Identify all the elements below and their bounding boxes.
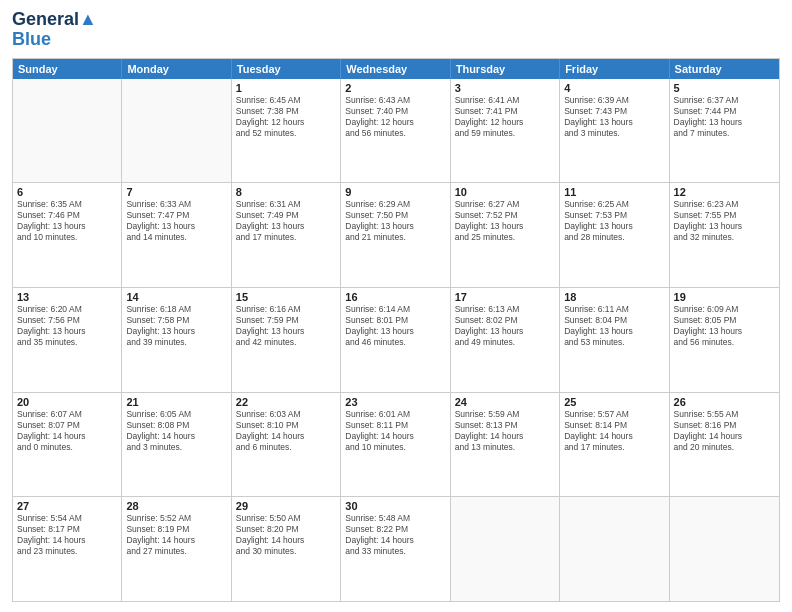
cell-day-number: 13 [17,291,117,303]
calendar-cell: 27Sunrise: 5:54 AM Sunset: 8:17 PM Dayli… [13,497,122,601]
cell-info: Sunrise: 6:14 AM Sunset: 8:01 PM Dayligh… [345,304,445,348]
calendar-cell: 5Sunrise: 6:37 AM Sunset: 7:44 PM Daylig… [670,79,779,183]
day-header-saturday: Saturday [670,59,779,79]
cell-info: Sunrise: 6:16 AM Sunset: 7:59 PM Dayligh… [236,304,336,348]
calendar-cell: 4Sunrise: 6:39 AM Sunset: 7:43 PM Daylig… [560,79,669,183]
cell-info: Sunrise: 5:55 AM Sunset: 8:16 PM Dayligh… [674,409,775,453]
logo-text: General▲ [12,10,97,30]
cell-info: Sunrise: 5:59 AM Sunset: 8:13 PM Dayligh… [455,409,555,453]
calendar-cell: 9Sunrise: 6:29 AM Sunset: 7:50 PM Daylig… [341,183,450,287]
cell-info: Sunrise: 6:13 AM Sunset: 8:02 PM Dayligh… [455,304,555,348]
cell-day-number: 15 [236,291,336,303]
calendar-cell: 24Sunrise: 5:59 AM Sunset: 8:13 PM Dayli… [451,393,560,497]
calendar-cell [670,497,779,601]
page-header: General▲ Blue [12,10,780,50]
logo-text-blue: Blue [12,30,97,50]
calendar-cell: 17Sunrise: 6:13 AM Sunset: 8:02 PM Dayli… [451,288,560,392]
calendar-cell: 10Sunrise: 6:27 AM Sunset: 7:52 PM Dayli… [451,183,560,287]
cell-day-number: 14 [126,291,226,303]
cell-info: Sunrise: 5:50 AM Sunset: 8:20 PM Dayligh… [236,513,336,557]
day-header-friday: Friday [560,59,669,79]
cell-day-number: 12 [674,186,775,198]
cell-info: Sunrise: 6:01 AM Sunset: 8:11 PM Dayligh… [345,409,445,453]
cell-day-number: 25 [564,396,664,408]
calendar: SundayMondayTuesdayWednesdayThursdayFrid… [12,58,780,602]
calendar-cell: 7Sunrise: 6:33 AM Sunset: 7:47 PM Daylig… [122,183,231,287]
calendar-cell [451,497,560,601]
cell-info: Sunrise: 6:45 AM Sunset: 7:38 PM Dayligh… [236,95,336,139]
calendar-cell: 3Sunrise: 6:41 AM Sunset: 7:41 PM Daylig… [451,79,560,183]
calendar-cell: 30Sunrise: 5:48 AM Sunset: 8:22 PM Dayli… [341,497,450,601]
cell-day-number: 6 [17,186,117,198]
cell-info: Sunrise: 6:29 AM Sunset: 7:50 PM Dayligh… [345,199,445,243]
calendar-cell: 16Sunrise: 6:14 AM Sunset: 8:01 PM Dayli… [341,288,450,392]
cell-info: Sunrise: 6:09 AM Sunset: 8:05 PM Dayligh… [674,304,775,348]
cell-info: Sunrise: 6:31 AM Sunset: 7:49 PM Dayligh… [236,199,336,243]
cell-info: Sunrise: 6:18 AM Sunset: 7:58 PM Dayligh… [126,304,226,348]
calendar-cell: 8Sunrise: 6:31 AM Sunset: 7:49 PM Daylig… [232,183,341,287]
cell-info: Sunrise: 5:48 AM Sunset: 8:22 PM Dayligh… [345,513,445,557]
cell-day-number: 16 [345,291,445,303]
cell-day-number: 17 [455,291,555,303]
calendar-cell: 23Sunrise: 6:01 AM Sunset: 8:11 PM Dayli… [341,393,450,497]
calendar-cell: 6Sunrise: 6:35 AM Sunset: 7:46 PM Daylig… [13,183,122,287]
calendar-row-1: 6Sunrise: 6:35 AM Sunset: 7:46 PM Daylig… [13,183,779,288]
cell-day-number: 18 [564,291,664,303]
cell-day-number: 9 [345,186,445,198]
cell-day-number: 3 [455,82,555,94]
cell-info: Sunrise: 6:11 AM Sunset: 8:04 PM Dayligh… [564,304,664,348]
cell-day-number: 7 [126,186,226,198]
day-headers-row: SundayMondayTuesdayWednesdayThursdayFrid… [13,59,779,79]
cell-info: Sunrise: 5:54 AM Sunset: 8:17 PM Dayligh… [17,513,117,557]
cell-info: Sunrise: 6:33 AM Sunset: 7:47 PM Dayligh… [126,199,226,243]
cell-day-number: 24 [455,396,555,408]
calendar-cell: 12Sunrise: 6:23 AM Sunset: 7:55 PM Dayli… [670,183,779,287]
calendar-cell: 25Sunrise: 5:57 AM Sunset: 8:14 PM Dayli… [560,393,669,497]
calendar-cell [122,79,231,183]
cell-day-number: 2 [345,82,445,94]
calendar-cell: 15Sunrise: 6:16 AM Sunset: 7:59 PM Dayli… [232,288,341,392]
cell-info: Sunrise: 6:23 AM Sunset: 7:55 PM Dayligh… [674,199,775,243]
calendar-cell: 11Sunrise: 6:25 AM Sunset: 7:53 PM Dayli… [560,183,669,287]
cell-day-number: 23 [345,396,445,408]
cell-day-number: 19 [674,291,775,303]
calendar-cell: 13Sunrise: 6:20 AM Sunset: 7:56 PM Dayli… [13,288,122,392]
cell-day-number: 5 [674,82,775,94]
cell-info: Sunrise: 6:25 AM Sunset: 7:53 PM Dayligh… [564,199,664,243]
cell-day-number: 29 [236,500,336,512]
cell-info: Sunrise: 5:57 AM Sunset: 8:14 PM Dayligh… [564,409,664,453]
logo: General▲ Blue [12,10,97,50]
cell-info: Sunrise: 6:07 AM Sunset: 8:07 PM Dayligh… [17,409,117,453]
cell-day-number: 10 [455,186,555,198]
cell-info: Sunrise: 6:35 AM Sunset: 7:46 PM Dayligh… [17,199,117,243]
calendar-cell: 19Sunrise: 6:09 AM Sunset: 8:05 PM Dayli… [670,288,779,392]
cell-day-number: 20 [17,396,117,408]
day-header-wednesday: Wednesday [341,59,450,79]
cell-day-number: 22 [236,396,336,408]
calendar-cell: 22Sunrise: 6:03 AM Sunset: 8:10 PM Dayli… [232,393,341,497]
cell-info: Sunrise: 6:27 AM Sunset: 7:52 PM Dayligh… [455,199,555,243]
cell-info: Sunrise: 6:39 AM Sunset: 7:43 PM Dayligh… [564,95,664,139]
calendar-row-0: 1Sunrise: 6:45 AM Sunset: 7:38 PM Daylig… [13,79,779,184]
cell-info: Sunrise: 6:05 AM Sunset: 8:08 PM Dayligh… [126,409,226,453]
calendar-cell: 1Sunrise: 6:45 AM Sunset: 7:38 PM Daylig… [232,79,341,183]
cell-info: Sunrise: 6:41 AM Sunset: 7:41 PM Dayligh… [455,95,555,139]
cell-day-number: 1 [236,82,336,94]
day-header-monday: Monday [122,59,231,79]
calendar-body: 1Sunrise: 6:45 AM Sunset: 7:38 PM Daylig… [13,79,779,601]
cell-info: Sunrise: 6:03 AM Sunset: 8:10 PM Dayligh… [236,409,336,453]
calendar-cell: 21Sunrise: 6:05 AM Sunset: 8:08 PM Dayli… [122,393,231,497]
day-header-sunday: Sunday [13,59,122,79]
calendar-cell: 14Sunrise: 6:18 AM Sunset: 7:58 PM Dayli… [122,288,231,392]
cell-day-number: 26 [674,396,775,408]
cell-day-number: 28 [126,500,226,512]
calendar-cell: 28Sunrise: 5:52 AM Sunset: 8:19 PM Dayli… [122,497,231,601]
cell-day-number: 30 [345,500,445,512]
cell-day-number: 21 [126,396,226,408]
cell-info: Sunrise: 5:52 AM Sunset: 8:19 PM Dayligh… [126,513,226,557]
day-header-thursday: Thursday [451,59,560,79]
calendar-cell: 29Sunrise: 5:50 AM Sunset: 8:20 PM Dayli… [232,497,341,601]
cell-day-number: 11 [564,186,664,198]
cell-info: Sunrise: 6:20 AM Sunset: 7:56 PM Dayligh… [17,304,117,348]
cell-info: Sunrise: 6:43 AM Sunset: 7:40 PM Dayligh… [345,95,445,139]
